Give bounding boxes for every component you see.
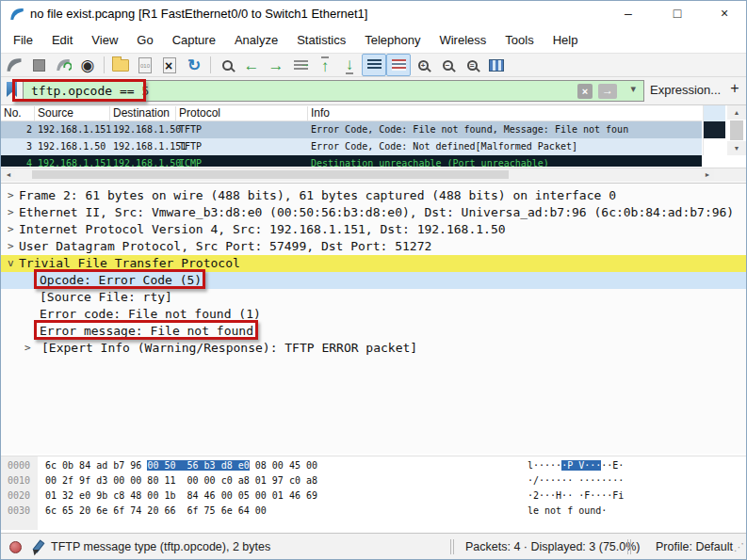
go-to-packet-icon[interactable]: → [288,54,313,76]
packet-row-3[interactable]: 3 192.168.1.50 192.168.1.151 TFTP Error … [0,138,702,155]
resize-grip-icon[interactable]: ⋰ [734,541,744,553]
vertical-scrollbar-thumb[interactable] [730,120,743,140]
title-bar: no file exist.pcapng [R1 FastEthernet0/0… [0,0,747,28]
display-filter-input[interactable]: tftp.opcode == 5 × → ▾ [23,80,644,102]
toolbar-divider [104,56,105,73]
go-forward-icon[interactable]: → [264,54,288,76]
field-status-text: TFTP message type (tftp.opcode), 2 bytes [51,540,270,553]
filter-bar: tftp.opcode == 5 × → ▾ Expression... + [0,77,747,105]
expression-button[interactable]: Expression... [650,83,721,97]
detail-frame[interactable]: >Frame 2: 61 bytes on wire (488 bits), 6… [0,187,747,204]
wireshark-logo-icon [8,6,25,26]
hex-row[interactable]: 0000 6c 0b 84 ad b7 96 00 50 56 b3 d8 e0… [0,458,747,473]
toolbar-divider [210,56,211,73]
go-to-top-icon[interactable]: ↑ [313,54,337,76]
packet-counts-text: Packets: 4 · Displayed: 3 (75.0%) [465,540,641,553]
scrollbar-down-icon[interactable]: ▼ [727,141,746,155]
close-file-icon[interactable]: × [157,54,182,76]
column-destination[interactable]: Destination [113,106,170,120]
detail-ethernet[interactable]: >Ethernet II, Src: Vmware_b3:d8:e0 (00:5… [0,204,747,221]
hex-row[interactable]: 0010 00 2f 9f d3 00 00 80 11 00 00 c0 a8… [0,473,747,488]
resize-columns-icon[interactable] [484,54,509,76]
menu-capture[interactable]: Capture [163,29,225,52]
column-protocol[interactable]: Protocol [179,106,220,120]
filter-text: tftp.opcode == 5 [31,84,149,98]
detail-opcode[interactable]: Opcode: Error Code (5) [0,272,747,289]
go-back-icon[interactable]: ← [239,54,264,76]
packet-list-header: No. Source Destination Protocol Info [0,105,702,121]
capture-options-icon[interactable]: ◉ [75,54,100,76]
detail-ip[interactable]: >Internet Protocol Version 4, Src: 192.1… [0,221,747,238]
detail-error-code[interactable]: Error code: File not found (1) [0,306,747,323]
row-strip [703,138,725,155]
menu-statistics[interactable]: Statistics [287,29,355,52]
scrollbar-right-icon[interactable]: ► [701,168,714,181]
hex-row[interactable]: 0020 01 32 e0 9b c8 48 00 1b 84 46 00 05… [0,488,747,504]
restart-capture-icon[interactable] [51,54,75,76]
menu-help[interactable]: Help [544,29,588,52]
detail-tftp[interactable]: vTrivial File Transfer Protocol [0,255,747,272]
open-file-icon[interactable] [108,54,133,76]
filter-dropdown-icon[interactable]: ▾ [630,83,636,95]
start-capture-icon[interactable] [2,54,26,76]
reload-icon[interactable]: ↻ [182,54,206,76]
menu-go[interactable]: Go [127,29,162,52]
detail-error-message[interactable]: Error message: File not found [0,323,747,340]
auto-scroll-icon[interactable] [362,54,386,76]
menu-bar: File Edit View Go Capture Analyze Statis… [0,28,747,53]
packet-row-4[interactable]: 4 192.168.1.151 192.168.1.50 ICMP Destin… [0,155,702,167]
packet-details-pane: >Frame 2: 61 bytes on wire (488 bits), 6… [0,183,747,454]
minimize-button[interactable]: – [612,0,644,28]
status-divider [450,539,454,554]
filter-clear-icon[interactable]: × [577,84,593,99]
column-no[interactable]: No. [4,106,22,120]
scrollbar-left-icon[interactable]: ◄ [2,168,15,181]
save-file-icon[interactable] [133,54,157,76]
window-title: no file exist.pcapng [R1 FastEthernet0/0… [30,0,367,28]
main-toolbar: ◉ × ↻ ← → → ↑ ↓ + − = [0,53,747,77]
column-info[interactable]: Info [311,106,330,120]
filter-bookmark-icon[interactable] [7,82,17,97]
zoom-out-icon[interactable]: − [435,54,460,76]
packet-bytes-pane[interactable]: 0000 6c 0b 84 ad b7 96 00 50 56 b3 d8 e0… [0,456,747,529]
colorize-packets-icon[interactable] [386,54,411,76]
column-source[interactable]: Source [38,106,73,120]
hex-row[interactable]: 0030 6c 65 20 6e 6f 74 20 66 6f 75 6e 64… [0,504,747,519]
row-strip [703,105,725,121]
packet-row-2[interactable]: 2 192.168.1.151 192.168.1.50 TFTP Error … [0,121,702,138]
packet-list-pane: No. Source Destination Protocol Info 2 1… [0,105,747,167]
menu-edit[interactable]: Edit [42,29,82,52]
profile-text[interactable]: Profile: Default [656,540,733,553]
menu-view[interactable]: View [82,29,127,52]
menu-telephony[interactable]: Telephony [355,29,430,52]
menu-analyze[interactable]: Analyze [225,29,287,52]
zoom-in-icon[interactable]: + [411,54,435,76]
detail-expert-info[interactable]: >[Expert Info (Warning/Response): TFTP E… [0,340,747,357]
scrollbar-up-icon[interactable]: ▲ [727,105,746,120]
row-strip [703,121,725,138]
menu-tools[interactable]: Tools [495,29,543,52]
menu-wireless[interactable]: Wireless [430,29,495,52]
maximize-button[interactable]: □ [661,0,693,28]
expert-info-icon[interactable] [9,541,22,553]
status-bar: TFTP message type (tftp.opcode), 2 bytes… [0,533,747,560]
stop-capture-icon[interactable] [26,54,51,76]
capture-comment-icon[interactable] [30,540,43,553]
detail-source-file[interactable]: [Source File: rty] [0,289,747,306]
menu-file[interactable]: File [4,29,42,52]
close-button[interactable]: × [708,0,740,28]
detail-udp[interactable]: >User Datagram Protocol, Src Port: 57499… [0,238,747,255]
go-to-bottom-icon[interactable]: ↓ [337,54,362,76]
horizontal-scrollbar-thumb[interactable] [32,170,509,179]
add-filter-button[interactable]: + [727,80,742,97]
zoom-original-icon[interactable]: = [460,54,484,76]
status-divider [627,539,631,554]
filter-apply-icon[interactable]: → [598,84,617,99]
find-packet-icon[interactable] [215,54,239,76]
